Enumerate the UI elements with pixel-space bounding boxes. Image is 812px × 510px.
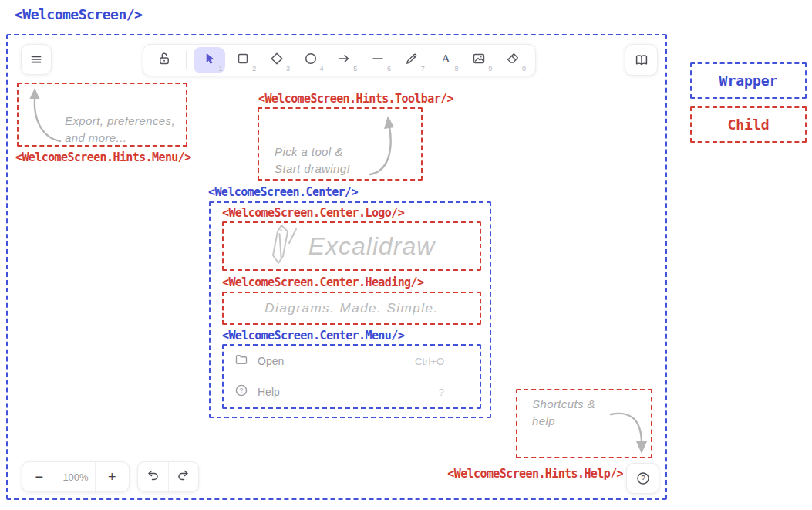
tool-text[interactable]: A 8 bbox=[430, 47, 462, 73]
hint-toolbar-label: <WelcomeScreen.Hints.Toolbar/> bbox=[258, 92, 453, 106]
legend-child: Child bbox=[690, 106, 807, 143]
tool-shortcut: 7 bbox=[421, 65, 425, 73]
tool-lock[interactable] bbox=[150, 47, 179, 73]
tool-shortcut: 9 bbox=[488, 65, 492, 73]
help-button[interactable]: ? bbox=[626, 463, 659, 494]
legend-wrapper-label: Wrapper bbox=[719, 73, 778, 89]
center-menu-label: <WelcomeScreen.Center.Menu/> bbox=[222, 329, 404, 343]
center-logo: Excalidraw bbox=[222, 221, 481, 271]
menu-item-help[interactable]: ? Help ? bbox=[234, 383, 444, 400]
toolbar: 1 2 3 4 bbox=[143, 44, 536, 76]
welcome-screen-doc-page: <WelcomeScreen/> bbox=[0, 0, 812, 510]
menu-item-help-label: Help bbox=[258, 386, 430, 398]
ellipse-icon bbox=[303, 51, 318, 69]
svg-text:?: ? bbox=[239, 387, 243, 394]
page-title: <WelcomeScreen/> bbox=[15, 6, 142, 22]
hint-help-line2: help bbox=[532, 413, 595, 430]
hint-toolbar-text: Pick a tool & Start drawing! bbox=[275, 144, 350, 177]
hint-toolbar-line1: Pick a tool & bbox=[275, 144, 350, 160]
tool-shortcut: 6 bbox=[387, 65, 391, 73]
tool-line[interactable]: 6 bbox=[362, 47, 394, 73]
tool-arrow[interactable]: 5 bbox=[329, 47, 361, 73]
hamburger-icon bbox=[29, 52, 44, 67]
center-heading: Diagrams. Made. Simple. bbox=[222, 292, 481, 325]
hint-help-label: <WelcomeScreen.Hints.Help/> bbox=[423, 467, 623, 481]
selection-cursor-icon bbox=[202, 51, 217, 69]
hint-toolbar-line2: Start drawing! bbox=[275, 160, 350, 177]
hint-menu-label: <WelcomeScreen.Hints.Menu/> bbox=[15, 150, 191, 164]
text-icon: A bbox=[438, 51, 453, 69]
tool-shortcut: 0 bbox=[522, 65, 526, 73]
menu-item-open-label: Open bbox=[258, 355, 406, 367]
help-circle-icon: ? bbox=[234, 383, 248, 400]
zoom-controls: − 100% + bbox=[22, 461, 130, 492]
arrow-icon bbox=[336, 51, 352, 69]
tool-eraser[interactable]: 0 bbox=[497, 47, 529, 73]
hint-menu-text: Export, preferences, and more... bbox=[65, 113, 175, 147]
tool-shortcut: 2 bbox=[252, 65, 256, 73]
eraser-icon bbox=[505, 51, 521, 69]
tool-draw[interactable]: 7 bbox=[396, 47, 428, 73]
hint-help-text: Shortcuts & help bbox=[532, 396, 595, 430]
folder-icon bbox=[234, 353, 248, 370]
undo-redo-controls bbox=[137, 461, 199, 492]
image-icon bbox=[471, 51, 487, 69]
pencil-icon bbox=[404, 51, 419, 69]
zoom-level[interactable]: 100% bbox=[56, 462, 95, 491]
hint-menu-line1: Export, preferences, bbox=[65, 113, 175, 130]
tool-selection[interactable]: 1 bbox=[194, 47, 226, 73]
center-label: <WelcomeScreen.Center/> bbox=[208, 185, 358, 199]
undo-button[interactable] bbox=[138, 462, 168, 491]
hint-help-line1: Shortcuts & bbox=[532, 396, 595, 413]
tool-ellipse[interactable]: 4 bbox=[295, 47, 327, 73]
menu-item-help-shortcut: ? bbox=[439, 387, 444, 398]
tool-shortcut: 5 bbox=[353, 65, 357, 73]
redo-button[interactable] bbox=[168, 462, 198, 491]
menu-item-open[interactable]: Open Ctrl+O bbox=[234, 353, 444, 370]
tool-shortcut: 4 bbox=[320, 65, 324, 73]
center-heading-text: Diagrams. Made. Simple. bbox=[264, 301, 438, 316]
rectangle-icon bbox=[235, 51, 251, 69]
menu-item-open-shortcut: Ctrl+O bbox=[415, 356, 444, 367]
zoom-out-button[interactable]: − bbox=[22, 462, 56, 491]
main-menu-button[interactable] bbox=[21, 44, 52, 75]
tool-image[interactable]: 9 bbox=[463, 47, 496, 73]
center-logo-label: <WelcomeScreen.Center.Logo/> bbox=[222, 206, 404, 220]
tool-rectangle[interactable]: 2 bbox=[227, 47, 259, 73]
excalidraw-logo-text: Excalidraw bbox=[308, 232, 436, 261]
tool-diamond[interactable]: 3 bbox=[261, 47, 293, 73]
redo-icon bbox=[176, 468, 191, 486]
undo-icon bbox=[145, 468, 160, 486]
zoom-in-button[interactable]: + bbox=[96, 462, 129, 491]
legend-wrapper: Wrapper bbox=[690, 62, 807, 99]
tool-shortcut: 3 bbox=[286, 65, 290, 73]
line-icon bbox=[370, 51, 386, 69]
excalidraw-logo-icon bbox=[268, 223, 298, 269]
tool-shortcut: 8 bbox=[454, 65, 458, 73]
svg-text:A: A bbox=[441, 52, 450, 65]
hint-menu-line2: and more... bbox=[65, 130, 175, 147]
center-heading-label: <WelcomeScreen.Center.Heading/> bbox=[222, 275, 423, 289]
center-menu: Open Ctrl+O ? Help ? bbox=[222, 344, 481, 409]
toolbar-separator bbox=[186, 51, 187, 69]
legend-child-label: Child bbox=[727, 117, 769, 133]
book-icon bbox=[634, 52, 649, 68]
tool-shortcut: 1 bbox=[218, 65, 222, 73]
lock-icon bbox=[157, 51, 172, 69]
library-button[interactable] bbox=[625, 44, 658, 76]
svg-text:?: ? bbox=[641, 475, 645, 483]
question-circle-icon: ? bbox=[635, 471, 651, 486]
diamond-icon bbox=[269, 51, 285, 69]
